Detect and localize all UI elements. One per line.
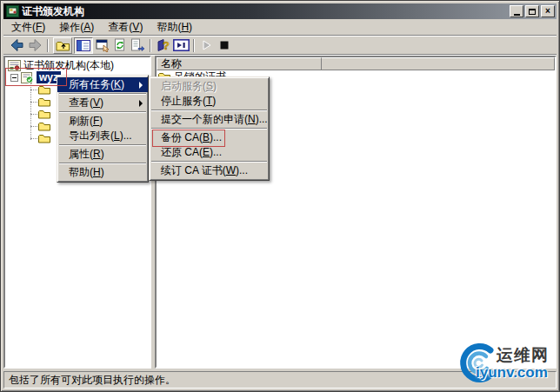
properties-icon[interactable] xyxy=(94,37,111,53)
menu-separator xyxy=(59,93,146,95)
folder-icon xyxy=(38,134,50,143)
menu-separator xyxy=(151,128,267,130)
refresh-icon[interactable] xyxy=(111,37,129,53)
menu-bar: 文件(F) 操作(A) 查看(V) 帮助(H) xyxy=(3,19,557,36)
folder-icon xyxy=(38,85,50,95)
menu-help[interactable]: 帮助(H) xyxy=(150,18,199,37)
submenu-item-submit-new-request[interactable]: 提交一个新的申请(N)... xyxy=(150,112,269,127)
stop-service-icon[interactable] xyxy=(216,37,233,53)
tree-root-item[interactable]: 证书颁发机构(本地) xyxy=(5,59,150,71)
up-one-level-icon[interactable] xyxy=(53,37,72,54)
certification-authority-window: 证书颁发机构 × 文件(F) 操作(A) 查看(V) 帮助(H) xyxy=(0,0,560,392)
submenu-item-renew-ca-certificate[interactable]: 续订 CA 证书(W)... xyxy=(150,163,269,178)
tree-root-label: 证书颁发机构(本地) xyxy=(23,58,114,73)
toolbar: ? xyxy=(3,37,557,55)
menu-separator xyxy=(59,163,146,164)
context-menu-item-all-tasks[interactable]: 所有任务(K) xyxy=(57,77,148,92)
submenu-arrow-icon xyxy=(139,82,143,89)
toolbar-separator xyxy=(47,39,49,52)
start-service-icon xyxy=(198,37,216,53)
close-button[interactable]: × xyxy=(541,5,555,17)
submenu-item-restore-ca[interactable]: 还原 CA(E)... xyxy=(150,145,269,160)
maximize-button[interactable] xyxy=(525,5,539,17)
menu-separator xyxy=(151,161,267,163)
show-hide-console-tree-icon[interactable] xyxy=(74,37,93,54)
menu-separator xyxy=(59,111,146,113)
folder-icon xyxy=(38,97,50,107)
context-menu-item-view[interactable]: 查看(V) xyxy=(57,96,148,110)
toolbar-separator xyxy=(150,39,151,52)
certification-authority-icon xyxy=(8,60,21,71)
menu-action[interactable]: 操作(A) xyxy=(52,18,101,37)
folder-icon xyxy=(38,122,50,131)
context-menu-item-properties[interactable]: 属性(R) xyxy=(57,147,148,162)
status-bar: 包括了所有可对此项目执行的操作。 xyxy=(3,371,557,389)
title-bar: 证书颁发机构 × xyxy=(3,3,557,19)
toolbar-separator xyxy=(193,39,195,52)
status-text: 包括了所有可对此项目执行的操作。 xyxy=(9,373,176,388)
back-icon[interactable] xyxy=(9,37,26,53)
column-header-blank xyxy=(322,57,555,70)
context-menu-item-help[interactable]: 帮助(H) xyxy=(57,165,148,180)
collapse-icon[interactable] xyxy=(10,74,18,82)
menu-separator xyxy=(151,110,267,111)
show-in-new-window-icon[interactable] xyxy=(172,37,190,53)
menu-view[interactable]: 查看(V) xyxy=(101,18,150,37)
context-menu-item-refresh[interactable]: 刷新(F) xyxy=(57,114,148,129)
help-icon[interactable]: ? xyxy=(155,37,172,53)
export-list-icon[interactable] xyxy=(129,37,146,53)
folder-icon xyxy=(38,110,50,119)
context-menu: 所有任务(K) 查看(V) 刷新(F) 导出列表(L)... 属性(R) 帮助(… xyxy=(57,75,149,183)
context-menu-item-export-list[interactable]: 导出列表(L)... xyxy=(57,129,148,143)
submenu-item-backup-ca[interactable]: 备份 CA(B)... xyxy=(150,130,269,145)
minimize-button[interactable] xyxy=(510,5,523,17)
menu-file[interactable]: 文件(F) xyxy=(4,18,52,37)
svg-text:?: ? xyxy=(163,39,170,52)
forward-icon[interactable] xyxy=(26,37,43,53)
window-title: 证书颁发机构 xyxy=(22,4,508,19)
submenu-arrow-icon xyxy=(139,100,143,107)
submenu-item-start-service: 启动服务(S) xyxy=(150,79,269,94)
all-tasks-submenu: 启动服务(S) 停止服务(T) 提交一个新的申请(N)... 备份 CA(B).… xyxy=(149,76,270,181)
ca-certificate-icon xyxy=(21,72,34,83)
menu-separator xyxy=(59,144,146,146)
app-icon xyxy=(6,5,19,17)
submenu-item-stop-service[interactable]: 停止服务(T) xyxy=(150,94,269,109)
